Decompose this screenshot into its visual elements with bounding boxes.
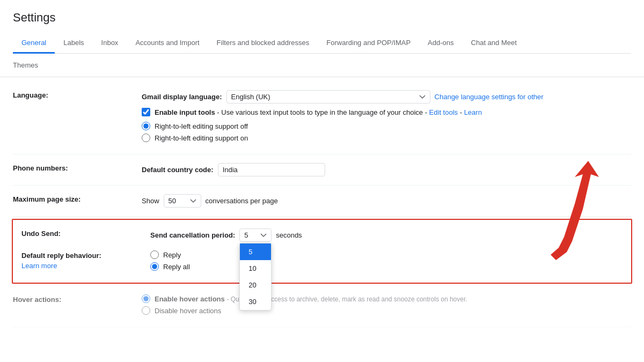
cancel-period-dropdown-menu[interactable]: 5 10 20 30 <box>239 243 272 311</box>
rtl-on-label: Right-to-left editing support on <box>155 134 248 142</box>
undo-send-control: Send cancellation period: 5 10 20 30 5 1… <box>150 228 623 242</box>
language-control: Gmail display language: English (UK) Cha… <box>142 90 631 145</box>
highlighted-section: Undo Send: Send cancellation period: 5 1… <box>12 219 632 284</box>
tab-chat[interactable]: Chat and Meet <box>463 33 525 54</box>
conversations-label: conversations per page <box>206 197 278 205</box>
change-language-link[interactable]: Change language settings for other <box>435 93 544 101</box>
page-size-row: Maximum page size: Show 25 50 100 conver… <box>13 186 631 217</box>
reply-label: Reply <box>163 251 181 259</box>
edit-tools-link[interactable]: Edit tools <box>429 108 458 116</box>
subtab-themes[interactable]: Themes <box>13 58 38 72</box>
cancel-period-select[interactable]: 5 10 20 30 <box>239 228 272 242</box>
page-size-control: Show 25 50 100 conversations per page <box>142 194 631 208</box>
rtl-off-label: Right-to-left editing support off <box>155 122 248 130</box>
nav-tabs: General Labels Inbox Accounts and Import… <box>13 33 631 54</box>
dropdown-option-20[interactable]: 20 <box>240 277 271 293</box>
enable-input-tools-label: Enable input tools - Use various text in… <box>155 108 482 116</box>
default-reply-control: Reply Reply all <box>150 250 623 274</box>
language-select[interactable]: English (UK) <box>226 90 430 104</box>
tab-accounts[interactable]: Accounts and Import <box>127 33 208 54</box>
phone-control: Default country code: <box>142 163 631 176</box>
page-title: Settings <box>13 11 631 25</box>
sub-nav: Themes <box>0 54 644 77</box>
learn-more-link[interactable]: Learn more <box>21 262 150 270</box>
seconds-label: seconds <box>276 231 302 239</box>
enable-hover-radio[interactable] <box>142 294 150 303</box>
disable-hover-label: Disable hover actions <box>155 307 221 315</box>
enable-input-tools-checkbox[interactable] <box>142 108 150 116</box>
dropdown-option-5[interactable]: 5 <box>240 243 271 260</box>
tab-forwarding[interactable]: Forwarding and POP/IMAP <box>318 33 419 54</box>
tab-filters[interactable]: Filters and blocked addresses <box>208 33 318 54</box>
language-label: Language: <box>13 90 142 99</box>
reply-all-label: Reply all <box>163 263 190 271</box>
rtl-on-radio[interactable] <box>142 134 150 142</box>
enable-hover-label: Enable hover actions - Quickly gain acce… <box>155 295 467 303</box>
learn-link[interactable]: Learn <box>464 108 482 116</box>
settings-content: Language: Gmail display language: Englis… <box>0 77 644 331</box>
default-reply-subrow: Default reply behaviour: Learn more Repl… <box>21 250 623 274</box>
tab-inbox[interactable]: Inbox <box>93 33 127 54</box>
phone-label: Phone numbers: <box>13 163 142 172</box>
phone-row: Phone numbers: Default country code: <box>13 154 631 186</box>
undo-send-subrow: Undo Send: Send cancellation period: 5 1… <box>21 228 623 242</box>
page-size-select[interactable]: 25 50 100 <box>164 194 201 208</box>
cancel-period-dropdown-container: 5 10 20 30 5 10 20 30 <box>239 228 272 242</box>
tab-addons[interactable]: Add-ons <box>419 33 462 54</box>
display-language-label: Gmail display language: <box>142 93 222 101</box>
hover-actions-row: Hover actions: Enable hover actions - Qu… <box>13 286 631 327</box>
hover-actions-label: Hover actions: <box>13 294 142 304</box>
tab-labels[interactable]: Labels <box>55 33 92 54</box>
language-row: Language: Gmail display language: Englis… <box>13 82 631 154</box>
country-code-input[interactable] <box>218 163 325 176</box>
default-reply-label: Default reply behaviour: Learn more <box>21 250 150 270</box>
page-size-label: Maximum page size: <box>13 194 142 203</box>
reply-radio[interactable] <box>150 250 159 259</box>
undo-send-label: Undo Send: <box>21 228 150 238</box>
dropdown-option-30[interactable]: 30 <box>240 293 271 310</box>
show-label: Show <box>142 197 159 205</box>
dropdown-option-10[interactable]: 10 <box>240 260 271 277</box>
hover-actions-control: Enable hover actions - Quickly gain acce… <box>142 294 631 318</box>
cancellation-label: Send cancellation period: <box>150 231 235 239</box>
disable-hover-radio[interactable] <box>142 306 150 315</box>
reply-all-radio[interactable] <box>150 262 159 271</box>
country-code-label: Default country code: <box>142 166 214 174</box>
rtl-off-radio[interactable] <box>142 122 150 130</box>
tab-general[interactable]: General <box>13 33 55 54</box>
